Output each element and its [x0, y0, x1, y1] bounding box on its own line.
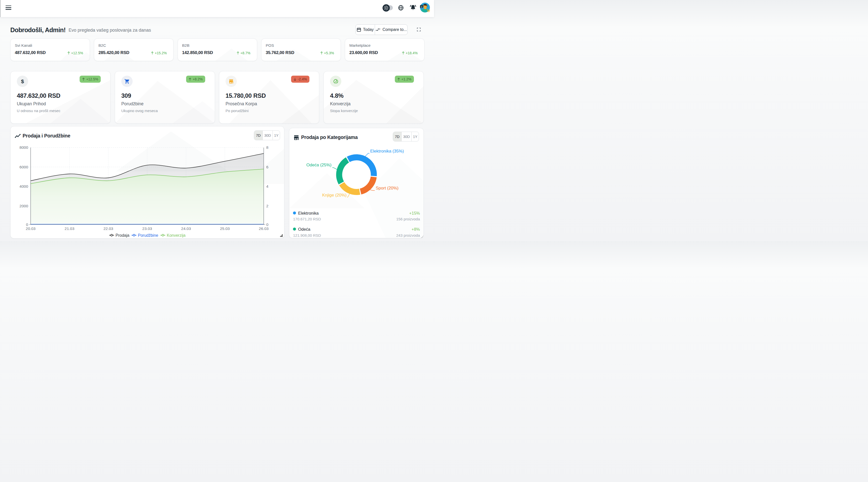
svg-text:Elektronika: Elektronika — [298, 211, 319, 215]
svg-text:2: 2 — [266, 204, 269, 208]
svg-text:Porudžbine: Porudžbine — [138, 233, 158, 238]
svg-text:24.03: 24.03 — [181, 227, 191, 231]
svg-text:21.03: 21.03 — [65, 227, 74, 231]
svg-text:170.671,20 RSD: 170.671,20 RSD — [293, 217, 321, 221]
svg-text:8000: 8000 — [20, 145, 28, 150]
svg-text:+8%: +8% — [412, 227, 420, 232]
svg-text:Sport (20%): Sport (20%) — [376, 186, 399, 190]
svg-text:$: $ — [21, 79, 24, 84]
svg-text:8: 8 — [266, 145, 269, 150]
svg-text:4000: 4000 — [20, 184, 28, 188]
svg-text:25.03: 25.03 — [220, 227, 230, 231]
svg-text:Knjige (20%): Knjige (20%) — [322, 193, 347, 198]
svg-text:20.03: 20.03 — [26, 227, 36, 231]
svg-text:121.908,00 RSD: 121.908,00 RSD — [293, 233, 321, 238]
svg-text:6000: 6000 — [20, 165, 28, 169]
svg-text:Prodaja: Prodaja — [116, 233, 129, 238]
svg-text:26.03: 26.03 — [259, 227, 269, 231]
svg-text:243 proizvoda: 243 proizvoda — [396, 233, 420, 238]
svg-text:0: 0 — [266, 222, 269, 227]
svg-text:156 proizvoda: 156 proizvoda — [396, 217, 420, 221]
svg-text:2000: 2000 — [20, 204, 28, 208]
svg-text:Odeća: Odeća — [298, 227, 310, 232]
svg-text:0: 0 — [26, 222, 28, 227]
svg-text:Odeća (25%): Odeća (25%) — [306, 162, 332, 168]
svg-text:Konverzija: Konverzija — [167, 233, 186, 238]
svg-text:22.03: 22.03 — [103, 227, 113, 231]
svg-text:Elektronika (35%): Elektronika (35%) — [370, 149, 404, 154]
svg-text:6: 6 — [266, 165, 269, 169]
svg-text:+15%: +15% — [409, 211, 420, 215]
svg-text:AI: AI — [421, 6, 423, 8]
svg-text:23.03: 23.03 — [143, 227, 152, 231]
svg-text:4: 4 — [266, 184, 269, 188]
